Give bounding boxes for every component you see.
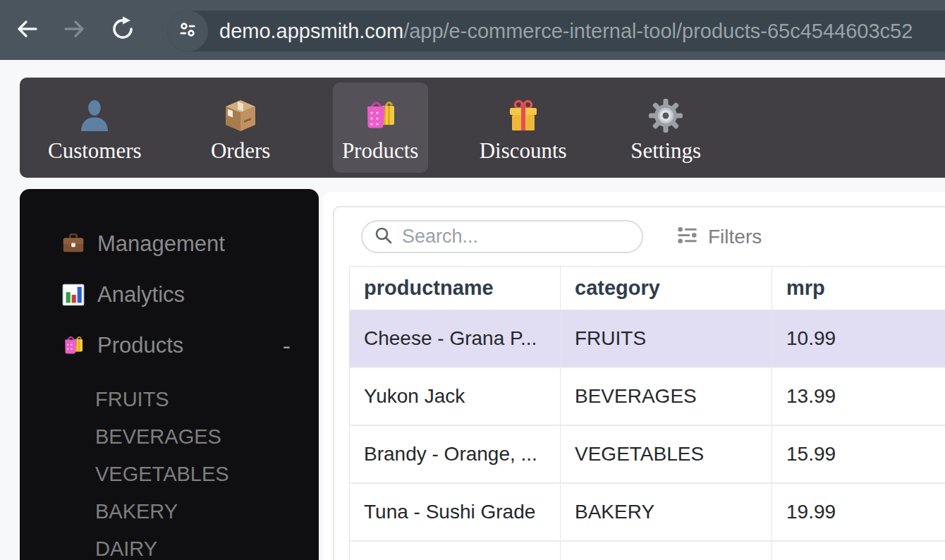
cell-category: BEVERAGES <box>561 368 772 425</box>
collapse-indicator: - <box>283 334 291 358</box>
back-icon <box>13 16 40 45</box>
table-row[interactable] <box>350 542 945 560</box>
cell-productname: Cheese - Grana P... <box>350 310 561 367</box>
bar-chart-icon <box>61 282 86 308</box>
table-toolbar: Filters <box>361 220 762 253</box>
table-row[interactable]: Tuna - Sushi Grade BAKERY 19.99 <box>350 484 945 542</box>
cell-mrp: 10.99 <box>772 310 945 367</box>
table-row[interactable]: Cheese - Grana P... FRUITS 10.99 <box>350 310 945 368</box>
cell-mrp: 19.99 <box>772 484 945 540</box>
cell-mrp <box>772 542 945 560</box>
reload-button[interactable] <box>103 11 142 50</box>
sidebar-item-label: Products <box>97 333 183 358</box>
nav-label: Products <box>342 140 419 162</box>
nav-item-discounts[interactable]: Discounts <box>472 83 574 173</box>
cell-mrp: 15.99 <box>772 426 945 482</box>
briefcase-icon <box>61 231 86 257</box>
table-row[interactable]: Yukon Jack BEVERAGES 13.99 <box>350 368 945 426</box>
cell-productname: Brandy - Orange, ... <box>350 426 561 482</box>
sidebar-subitem-dairy[interactable]: DAIRY <box>20 530 319 560</box>
shopping-bags-icon <box>362 95 398 134</box>
sidebar-item-products[interactable]: Products - <box>20 330 319 361</box>
cell-category: FRUITS <box>561 310 772 367</box>
sidebar-sub-list: FRUITS BEVERAGES VEGETABLES BAKERY DAIRY <box>20 381 319 560</box>
forward-button[interactable] <box>55 11 94 50</box>
package-icon <box>222 95 259 134</box>
reload-icon <box>109 15 137 46</box>
nav-item-customers[interactable]: Customers <box>41 83 149 173</box>
sidebar-subitem-beverages[interactable]: BEVERAGES <box>20 418 319 456</box>
search-icon <box>374 226 394 248</box>
table-header-row: productname category mrp <box>350 267 945 310</box>
back-button[interactable] <box>7 11 47 50</box>
cell-category <box>561 542 772 560</box>
nav-item-products[interactable]: Products <box>333 83 428 173</box>
browser-toolbar: demo.appsmith.com/app/e-commerce-interna… <box>0 0 945 60</box>
tune-icon <box>177 19 198 43</box>
nav-label: Orders <box>211 140 270 162</box>
forward-icon <box>61 16 88 45</box>
url-bar[interactable]: demo.appsmith.com/app/e-commerce-interna… <box>167 11 945 51</box>
sidebar-item-management[interactable]: Management <box>20 229 319 260</box>
nav-item-orders[interactable]: Orders <box>193 83 288 173</box>
person-icon <box>76 95 113 134</box>
search-input[interactable] <box>402 226 628 248</box>
url-text: demo.appsmith.com/app/e-commerce-interna… <box>219 20 913 43</box>
cell-category: VEGETABLES <box>561 426 772 482</box>
sidebar-subitem-bakery[interactable]: BAKERY <box>20 493 319 530</box>
sidebar-subitem-fruits[interactable]: FRUITS <box>20 381 319 418</box>
nav-label: Settings <box>630 140 701 162</box>
cell-productname: Yukon Jack <box>350 368 561 425</box>
nav-label: Customers <box>48 140 142 162</box>
nav-item-settings[interactable]: Settings <box>618 83 714 173</box>
search-box <box>361 220 643 253</box>
site-settings-button[interactable] <box>167 11 208 51</box>
gift-icon <box>505 95 542 134</box>
sidebar-item-analytics[interactable]: Analytics <box>20 279 319 310</box>
filters-button[interactable]: Filters <box>676 224 762 249</box>
sidebar-item-label: Management <box>97 231 225 257</box>
column-header-mrp[interactable]: mrp <box>772 267 945 310</box>
table-row[interactable]: Brandy - Orange, ... VEGETABLES 15.99 <box>350 426 945 484</box>
cell-category: BAKERY <box>561 484 772 540</box>
filters-label: Filters <box>708 226 762 248</box>
sidebar-item-label: Analytics <box>97 282 185 308</box>
url-host: demo.appsmith.com <box>219 20 403 42</box>
column-header-productname[interactable]: productname <box>350 267 561 310</box>
nav-label: Discounts <box>480 140 567 162</box>
url-path: /app/e-commerce-internal-tool/products-6… <box>403 20 913 42</box>
products-table-widget: Filters productname category mrp Cheese … <box>333 206 945 560</box>
column-header-category[interactable]: category <box>561 267 772 310</box>
shopping-bags-icon <box>61 333 86 358</box>
products-table: productname category mrp Cheese - Grana … <box>349 266 945 560</box>
sidebar-subitem-vegetables[interactable]: VEGETABLES <box>20 456 319 493</box>
cell-productname: Tuna - Sushi Grade <box>350 484 561 540</box>
filters-icon <box>676 224 698 249</box>
top-navigation-bar: Customers Orders <box>20 78 945 178</box>
cell-mrp: 13.99 <box>772 368 945 425</box>
cell-productname <box>350 542 561 560</box>
sidebar: Management Analytics P <box>20 189 319 560</box>
gear-icon <box>647 95 684 134</box>
